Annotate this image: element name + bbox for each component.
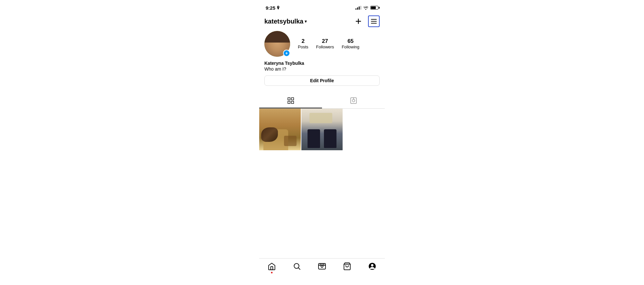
location-icon xyxy=(277,6,280,10)
status-time: 9:25 xyxy=(266,5,280,11)
add-button[interactable] xyxy=(353,15,364,27)
post-item-1[interactable] xyxy=(259,109,301,150)
grid-icon xyxy=(287,97,295,104)
tab-grid[interactable] xyxy=(259,93,322,108)
wifi-icon xyxy=(363,6,368,10)
menu-button[interactable] xyxy=(368,15,380,27)
reels-icon xyxy=(317,262,327,271)
signal-icon xyxy=(355,6,361,10)
edit-profile-button[interactable]: Edit Profile xyxy=(264,75,380,86)
header-actions xyxy=(353,15,380,27)
profile-tabs xyxy=(259,93,385,109)
chevron-down-icon: ▾ xyxy=(305,19,307,24)
menu-line-3 xyxy=(371,23,377,24)
svg-rect-9 xyxy=(271,267,273,270)
add-story-button[interactable]: + xyxy=(283,50,290,57)
following-stat[interactable]: 65 Following xyxy=(342,38,359,50)
svg-rect-3 xyxy=(291,98,294,100)
svg-rect-4 xyxy=(288,101,290,103)
home-icon xyxy=(267,262,276,271)
post-item-2[interactable] xyxy=(301,109,343,150)
posts-count: 2 xyxy=(302,38,305,44)
profile-name: Kateryna Tsybulka xyxy=(264,61,380,66)
tab-tagged[interactable] xyxy=(322,93,385,108)
profile-section: + 2 Posts 27 Followers 65 Following Kate… xyxy=(259,28,385,91)
shop-icon xyxy=(343,262,352,271)
time-label: 9:25 xyxy=(266,5,275,11)
profile-bio: Who am I? xyxy=(264,66,380,72)
svg-rect-2 xyxy=(288,98,290,100)
profile-header-row: + 2 Posts 27 Followers 65 Following xyxy=(264,31,380,57)
app-header: katetsybulka ▾ xyxy=(259,14,385,28)
avatar-container: + xyxy=(264,31,290,57)
avatar-hair xyxy=(264,31,290,43)
search-icon xyxy=(292,262,301,271)
followers-label: Followers xyxy=(316,44,334,50)
following-count: 65 xyxy=(347,38,354,44)
following-label: Following xyxy=(342,44,359,50)
nav-reels[interactable] xyxy=(316,262,328,271)
followers-stat[interactable]: 27 Followers xyxy=(316,38,334,50)
menu-line-1 xyxy=(371,19,377,20)
posts-stat[interactable]: 2 Posts xyxy=(298,38,308,50)
stats-row: 2 Posts 27 Followers 65 Following xyxy=(298,38,380,50)
tagged-icon xyxy=(350,97,357,104)
username-container[interactable]: katetsybulka ▾ xyxy=(264,18,307,25)
svg-point-7 xyxy=(352,99,355,102)
bottom-nav xyxy=(259,258,385,285)
followers-count: 27 xyxy=(322,38,328,44)
profile-circle-icon xyxy=(368,262,376,270)
profile-icon xyxy=(368,262,377,271)
posts-grid xyxy=(259,109,385,150)
battery-icon xyxy=(370,6,378,10)
nav-search[interactable] xyxy=(290,262,303,271)
posts-label: Posts xyxy=(298,44,308,50)
svg-rect-5 xyxy=(291,101,294,103)
nav-profile[interactable] xyxy=(366,262,379,271)
nav-shop[interactable] xyxy=(341,262,354,271)
phone-frame: 9:25 katetsybulka ▾ xyxy=(259,0,385,285)
svg-point-20 xyxy=(371,264,374,267)
nav-home[interactable] xyxy=(265,262,278,271)
menu-line-2 xyxy=(371,21,377,22)
status-bar: 9:25 xyxy=(259,0,385,14)
username-label: katetsybulka xyxy=(264,18,303,25)
home-notification-dot xyxy=(271,272,273,273)
svg-line-11 xyxy=(298,268,300,270)
status-icons xyxy=(355,6,378,10)
